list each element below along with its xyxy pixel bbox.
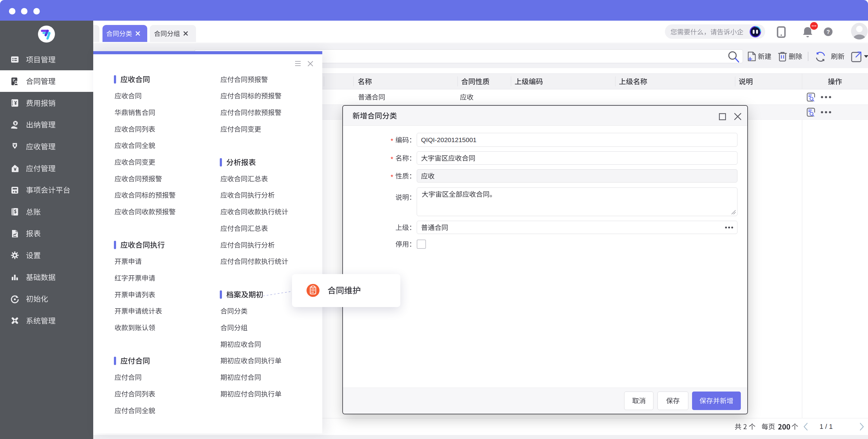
svg-text:?: ? [827,29,830,35]
